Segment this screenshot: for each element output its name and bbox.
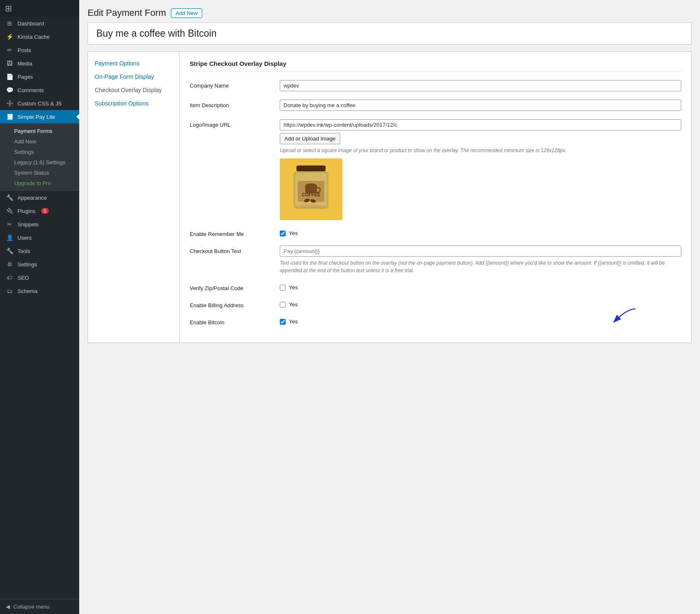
sidebar-sub-settings[interactable]: Settings [0,147,79,157]
wp-logo: ⊞ [0,0,79,17]
checkout-button-help-text: Text used for the final checkout button … [280,259,681,274]
logo-image-label: Logo/Image URL [190,119,273,128]
snippets-icon: ✂ [6,221,13,228]
company-name-label: Company Name [190,80,273,89]
svg-text:COFFEE: COFFEE [302,192,321,197]
sidebar-item-snippets[interactable]: ✂ Snippets [0,218,79,231]
upload-help-text: Upload or select a square image of your … [280,147,681,154]
verify-zip-yes-label: Yes [289,284,298,291]
logo-image-field: Add or Upload Image Upload or select a s… [280,119,681,220]
tab-payment-options[interactable]: Payment Options [88,57,179,70]
sidebar-item-media[interactable]: 🖼 Media [0,57,79,70]
verify-zip-field: Yes [280,283,681,291]
media-icon: 🖼 [6,60,13,67]
sidebar-item-posts[interactable]: ✏ Posts [0,43,79,57]
sidebar-item-simple-pay[interactable]: 🧾 Simple Pay Lite [0,110,79,123]
sidebar-item-dashboard[interactable]: ⊞ Dashboard [0,17,79,30]
dashboard-icon: ⊞ [6,20,13,27]
kinsta-icon: ⚡ [6,33,13,40]
sidebar-sub-add-new[interactable]: Add New [0,136,79,147]
sidebar-item-comments[interactable]: 💬 Comments [0,83,79,97]
remember-me-checkbox[interactable] [280,231,286,236]
sidebar-sub-system-status[interactable]: System Status [0,168,79,178]
users-icon: 👤 [6,234,13,241]
sidebar-sub-upgrade-pro[interactable]: Upgrade to Pro [0,178,79,188]
logo-image-row: Logo/Image URL Add or Upload Image Uploa… [190,119,681,220]
appearance-icon: 🔧 [6,194,13,201]
simple-pay-submenu: Payment Forms Add New Settings Legacy (1… [0,123,79,191]
verify-zip-row: Verify Zip/Postal Code Yes [190,283,681,291]
tools-icon: 🔧 [6,248,13,254]
billing-address-checkbox-row: Yes [280,300,681,308]
remember-me-checkbox-row: Yes [280,228,681,236]
sidebar-item-users[interactable]: 👤 Users [0,231,79,244]
svg-rect-0 [296,165,326,171]
billing-address-label: Enable Billing Address [190,300,273,308]
tabs-column: Payment Options On-Page Form Display Che… [88,52,180,343]
schema-icon: 🗂 [6,288,13,294]
bitcoin-yes-label: Yes [289,318,298,325]
coffee-jar-svg: COFFEE [286,162,336,216]
verify-zip-checkbox[interactable] [280,285,286,291]
sidebar-item-seo[interactable]: 🏷 SEO [0,271,79,284]
tab-checkout-overlay[interactable]: Checkout Overlay Display [88,83,179,97]
sidebar-item-tools[interactable]: 🔧 Tools [0,244,79,258]
add-new-button[interactable]: Add New [171,8,202,18]
checkout-button-text-label: Checkout Button Text [190,246,273,254]
company-name-input[interactable] [280,80,681,91]
checkout-button-text-row: Checkout Button Text Text used for the f… [190,246,681,274]
sidebar-item-schema[interactable]: 🗂 Schema [0,284,79,298]
item-description-field [280,100,681,111]
tab-subscription-options[interactable]: Subscription Options [88,97,179,110]
bitcoin-label: Enable Bitcoin [190,317,273,326]
company-name-field [280,80,681,91]
bitcoin-checkbox-row: Yes [280,317,681,325]
coffee-image-preview: COFFEE [280,158,342,220]
form-title-bar [88,23,692,45]
svg-point-11 [296,205,326,208]
tab-on-page-form[interactable]: On-Page Form Display [88,70,179,83]
section-title: Stripe Checkout Overlay Display [190,60,681,72]
collapse-menu[interactable]: ◀ Collapse menu [0,599,79,614]
form-title-input[interactable] [96,28,683,39]
simple-pay-icon: 🧾 [6,113,13,120]
verify-zip-label: Verify Zip/Postal Code [190,283,273,291]
item-description-input[interactable] [280,100,681,111]
plugins-icon: 🔌 [6,208,13,214]
remember-me-field: Yes [280,228,681,236]
verify-zip-checkbox-row: Yes [280,283,681,291]
sidebar-sub-payment-forms[interactable]: Payment Forms [0,126,79,136]
item-description-label: Item Description [190,100,273,108]
posts-icon: ✏ [6,47,13,53]
sidebar-item-settings[interactable]: ⚙ Settings [0,258,79,271]
collapse-icon: ◀ [6,604,10,610]
sidebar-item-pages[interactable]: 📄 Pages [0,70,79,83]
remember-me-row: Enable Remember Me Yes [190,228,681,237]
page-title: Edit Payment Form [88,8,166,18]
sidebar-item-appearance[interactable]: 🔧 Appearance [0,191,79,204]
item-description-row: Item Description [190,100,681,111]
bitcoin-checkbox[interactable] [280,319,286,325]
sidebar-item-plugins[interactable]: 🔌 Plugins 5 [0,204,79,218]
checkout-button-text-field: Text used for the final checkout button … [280,246,681,274]
settings-icon: ⚙ [6,261,13,268]
billing-address-field: Yes [280,300,681,308]
sidebar: ⊞ ⊞ Dashboard ⚡ Kinsta Cache ✏ Posts 🖼 M… [0,0,79,614]
logo-image-input[interactable] [280,119,681,130]
sidebar-sub-legacy-settings[interactable]: Legacy (1.6) Settings [0,157,79,168]
form-content-area: Stripe Checkout Overlay Display Company … [180,52,691,343]
upload-image-button[interactable]: Add or Upload Image [280,133,340,144]
bitcoin-row: Enable Bitcoin Yes [190,317,681,326]
main-content: Edit Payment Form Add New Payment Option… [79,0,700,614]
pages-icon: 📄 [6,73,13,80]
seo-icon: 🏷 [6,274,13,281]
company-name-row: Company Name [190,80,681,91]
comments-icon: 💬 [6,87,13,93]
remember-me-yes-label: Yes [289,230,298,236]
sidebar-item-custom-css[interactable]: ➕ Custom CSS & JS [0,97,79,110]
checkout-button-text-input[interactable] [280,246,681,257]
billing-address-checkbox[interactable] [280,302,286,308]
content-area: Payment Options On-Page Form Display Che… [88,51,692,343]
remember-me-label: Enable Remember Me [190,228,273,237]
sidebar-item-kinsta-cache[interactable]: ⚡ Kinsta Cache [0,30,79,43]
